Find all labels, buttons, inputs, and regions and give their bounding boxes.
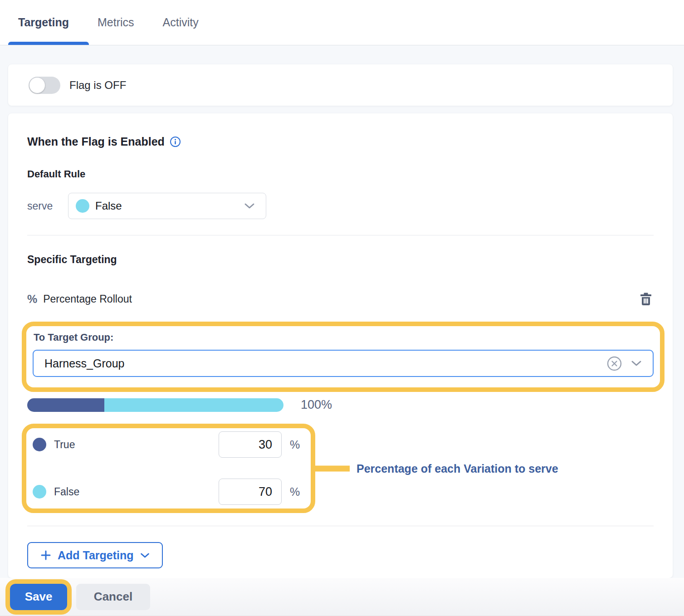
variation-row-true: True % — [33, 431, 301, 458]
distribution-total-label: 100% — [301, 398, 332, 412]
when-flag-enabled-title: When the Flag is Enabled — [27, 135, 165, 148]
default-variation-select[interactable]: False — [68, 193, 266, 219]
chevron-down-icon — [631, 360, 642, 367]
flag-status-card: Flag is OFF — [8, 64, 673, 106]
tab-metrics[interactable]: Metrics — [98, 16, 134, 29]
percent-unit-label: % — [290, 438, 301, 451]
annotation-connector-line — [315, 465, 350, 471]
variations-section: True % False % Percentage of each Variat… — [22, 424, 315, 513]
distribution-segment-true — [27, 398, 104, 412]
save-highlight-ring: Save — [5, 579, 72, 615]
delete-rollout-button[interactable] — [638, 291, 654, 307]
add-targeting-button[interactable]: Add Targeting — [27, 542, 163, 568]
when-flag-enabled-heading: When the Flag is Enabled — [27, 135, 654, 148]
chevron-down-icon — [244, 203, 255, 209]
active-tab-indicator — [8, 42, 89, 45]
specific-targeting-heading: Specific Targeting — [27, 254, 654, 266]
variation-name: True — [54, 439, 219, 451]
save-button[interactable]: Save — [10, 584, 67, 610]
distribution-row: 100% — [27, 398, 654, 412]
target-group-highlight-box: To Target Group: Harness_Group — [22, 322, 664, 392]
distribution-segment-false — [104, 398, 284, 412]
variations-highlight-box: True % False % — [22, 424, 315, 513]
group-dropdown-chevron[interactable] — [631, 360, 642, 367]
distribution-bar — [27, 398, 283, 412]
percentage-rollout-label: Percentage Rollout — [43, 293, 132, 305]
clear-selection-button[interactable] — [607, 356, 622, 371]
page-content: Flag is OFF When the Flag is Enabled Def… — [0, 45, 684, 578]
default-rule-heading: Default Rule — [27, 168, 654, 180]
percent-unit-label: % — [290, 485, 301, 499]
cancel-button[interactable]: Cancel — [76, 584, 150, 610]
variation-color-dot — [33, 485, 46, 499]
trash-icon — [639, 292, 653, 306]
variation-color-dot — [33, 438, 46, 451]
variation-percent-input-true[interactable] — [219, 431, 282, 458]
add-targeting-label: Add Targeting — [58, 549, 134, 562]
variation-color-dot — [76, 199, 89, 213]
tab-activity[interactable]: Activity — [163, 16, 199, 29]
circle-x-icon — [607, 356, 622, 371]
flag-toggle-knob — [29, 77, 45, 93]
default-rule-serve-row: serve False — [27, 193, 654, 219]
target-group-value: Harness_Group — [44, 357, 607, 370]
target-group-select[interactable]: Harness_Group — [33, 350, 654, 377]
chevron-down-icon — [140, 552, 150, 558]
target-group-label: To Target Group: — [33, 332, 654, 343]
percent-icon: % — [27, 293, 37, 306]
annotation-text: Percentage of each Variation to serve — [357, 462, 558, 475]
tab-bar: Targeting Metrics Activity — [0, 0, 684, 45]
form-action-footer: Save Cancel — [0, 578, 684, 616]
flag-toggle[interactable] — [29, 77, 60, 94]
variation-name: False — [54, 486, 219, 498]
flag-status-label: Flag is OFF — [69, 79, 126, 92]
serve-label: serve — [27, 200, 68, 212]
section-divider — [27, 526, 654, 526]
tab-targeting[interactable]: Targeting — [18, 16, 69, 29]
plus-icon — [40, 550, 51, 561]
variation-row-false: False % — [33, 479, 301, 505]
section-divider — [27, 235, 654, 235]
percentage-rollout-row: % Percentage Rollout — [27, 291, 654, 307]
info-icon[interactable] — [170, 136, 181, 147]
variation-percent-input-false[interactable] — [219, 479, 282, 505]
targeting-rules-card: When the Flag is Enabled Default Rule se… — [8, 113, 673, 578]
default-variation-value: False — [95, 200, 244, 212]
